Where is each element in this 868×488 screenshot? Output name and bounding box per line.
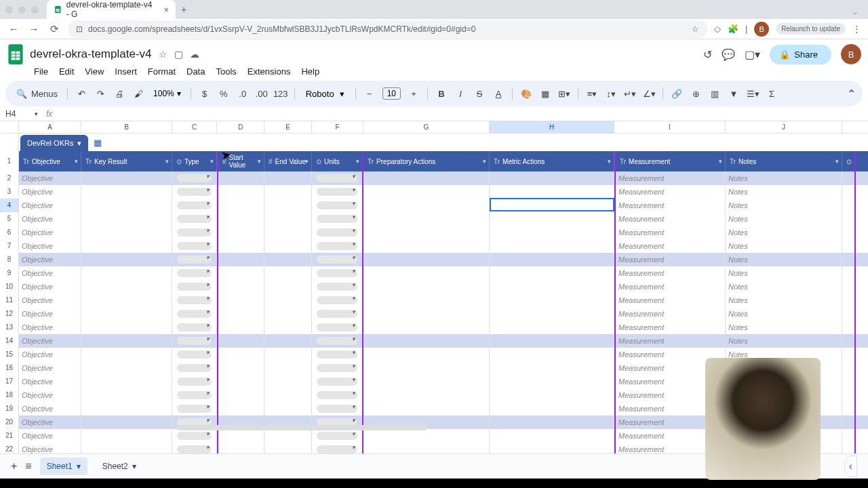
decrease-font-button[interactable]: − (361, 85, 378, 102)
functions-button[interactable]: Σ (764, 85, 780, 102)
cell-type[interactable] (172, 226, 217, 239)
cell-key-result[interactable] (81, 429, 172, 443)
cell-end-value[interactable] (264, 307, 312, 321)
cell-measurement[interactable]: Measurement (614, 280, 726, 293)
cell-end-value[interactable] (264, 361, 312, 375)
cell-preparatory[interactable] (363, 293, 490, 307)
select-all-corner[interactable] (0, 121, 19, 133)
cell-type[interactable] (172, 171, 217, 185)
cell-preparatory[interactable] (363, 334, 490, 348)
cell-extra[interactable] (842, 429, 856, 443)
cell-key-result[interactable] (81, 212, 172, 226)
move-doc-icon[interactable]: ▢ (174, 49, 183, 60)
cell-preparatory[interactable] (363, 185, 490, 199)
cell-key-result[interactable] (81, 226, 172, 239)
cell-preparatory[interactable] (363, 361, 490, 375)
window-dropdown[interactable]: ⌵ (849, 5, 861, 18)
cell-start-value[interactable] (217, 402, 264, 415)
cell-metric[interactable] (490, 293, 614, 307)
chrome-menu-icon[interactable]: ⋮ (852, 24, 861, 34)
sheet-tab-2[interactable]: Sheet2▾ (96, 458, 143, 475)
cell-extra[interactable] (842, 212, 856, 226)
cell-metric[interactable] (490, 280, 614, 293)
cell-type[interactable] (172, 185, 217, 199)
cell-units[interactable] (312, 239, 363, 253)
cell-type[interactable] (172, 266, 217, 280)
italic-button[interactable]: I (452, 85, 469, 102)
name-box[interactable]: H4▾ (5, 109, 38, 119)
cell-start-value[interactable] (217, 334, 264, 348)
cell-units[interactable] (312, 321, 363, 334)
cell-extra[interactable] (842, 415, 856, 429)
cell-extra[interactable] (842, 226, 856, 239)
fill-color-button[interactable]: 🎨 (518, 85, 534, 102)
sheets-logo-icon[interactable] (7, 43, 24, 66)
cell-objective[interactable]: Objective (19, 429, 81, 443)
bookmark-star-icon[interactable]: ☆ (692, 24, 699, 34)
cell-end-value[interactable] (264, 280, 312, 293)
cell-start-value[interactable] (217, 348, 264, 361)
cell-start-value[interactable] (217, 185, 264, 199)
cell-start-value[interactable] (217, 239, 264, 253)
cell-extra[interactable] (842, 293, 856, 307)
cell-objective[interactable]: Objective (19, 212, 81, 226)
share-button[interactable]: 🔒 Share (770, 45, 831, 64)
cell-extra[interactable] (842, 402, 856, 415)
header-key-result[interactable]: TrKey Result▾ (81, 151, 172, 171)
cell-metric[interactable] (490, 253, 614, 266)
cell-objective[interactable]: Objective (19, 402, 81, 415)
cell-preparatory[interactable] (363, 375, 490, 388)
cell-end-value[interactable] (264, 212, 312, 226)
h-align-button[interactable]: ≡▾ (584, 85, 600, 102)
cell-units[interactable] (312, 429, 363, 443)
cell-metric[interactable] (490, 429, 614, 443)
maximize-window[interactable] (31, 6, 39, 14)
menu-tools[interactable]: Tools (212, 65, 240, 78)
cell-type[interactable] (172, 334, 217, 348)
col-header-j[interactable]: J (726, 121, 842, 133)
cell-extra[interactable] (842, 266, 856, 280)
cell-notes[interactable]: Notes (726, 199, 842, 212)
cell-objective[interactable]: Objective (19, 199, 81, 212)
cell-preparatory[interactable] (363, 388, 490, 402)
header-objective[interactable]: TrObjective▾ (19, 151, 81, 171)
cell-start-value[interactable] (217, 361, 264, 375)
cell-measurement[interactable]: Measurement (614, 293, 726, 307)
back-button[interactable]: ← (7, 23, 20, 35)
relaunch-button[interactable]: Relaunch to update (776, 23, 846, 35)
cell-measurement[interactable]: Measurement (614, 307, 726, 321)
cell-units[interactable] (312, 307, 363, 321)
cell-preparatory[interactable] (363, 199, 490, 212)
cell-extra[interactable] (842, 307, 856, 321)
cell-type[interactable] (172, 361, 217, 375)
cell-type[interactable] (172, 280, 217, 293)
cell-extra[interactable] (842, 171, 856, 185)
cell-metric[interactable] (490, 361, 614, 375)
forward-button[interactable]: → (27, 23, 41, 35)
cell-metric[interactable] (490, 212, 614, 226)
col-header-d[interactable]: D (217, 121, 264, 133)
menu-edit[interactable]: Edit (55, 65, 78, 78)
reload-button[interactable]: ⟳ (47, 23, 61, 35)
cell-notes[interactable]: Notes (726, 293, 842, 307)
cell-key-result[interactable] (81, 239, 172, 253)
cell-metric[interactable] (490, 388, 614, 402)
cell-metric[interactable] (490, 402, 614, 415)
cell-preparatory[interactable] (363, 280, 490, 293)
cell-units[interactable] (312, 266, 363, 280)
cell-objective[interactable]: Objective (19, 185, 81, 199)
cell-start-value[interactable] (217, 375, 264, 388)
minimize-window[interactable] (18, 6, 26, 14)
menu-view[interactable]: View (81, 65, 108, 78)
cell-units[interactable] (312, 171, 363, 185)
cell-preparatory[interactable] (363, 171, 490, 185)
cell-start-value[interactable] (217, 266, 264, 280)
row-header[interactable]: 8 (0, 253, 19, 266)
cell-units[interactable] (312, 280, 363, 293)
cell-end-value[interactable] (264, 375, 312, 388)
col-header-e[interactable]: E (264, 121, 312, 133)
cell-key-result[interactable] (81, 293, 172, 307)
cell-preparatory[interactable] (363, 429, 490, 443)
cell-extra[interactable] (842, 334, 856, 348)
merge-button[interactable]: ⊞▾ (556, 85, 572, 102)
